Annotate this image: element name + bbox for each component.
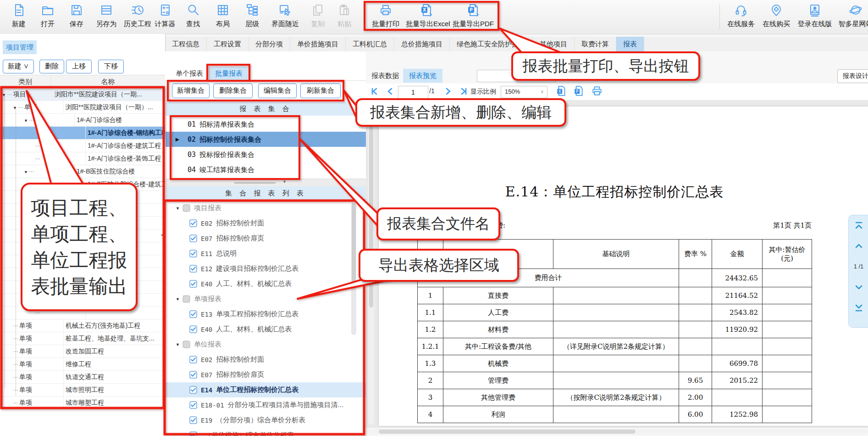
tab-总价措施项目[interactable]: 总价措施项目 [394, 37, 450, 51]
table-row[interactable]: ··· 单项机械土石方(强夯地基)工程 [0, 319, 165, 332]
set-button-编辑集合[interactable]: 编辑集合 [258, 84, 297, 98]
tab-其他项目[interactable]: 其他项目 [533, 37, 575, 51]
collapse-panel-icon[interactable]: ◀ [160, 232, 164, 238]
tab-报表数据[interactable]: 报表数据 [368, 69, 402, 83]
table-row[interactable]: ▼··· 1#-A门诊综合楼 [0, 114, 165, 127]
report-name: 招标控制价扉页 [216, 370, 264, 379]
scroll-up-icon[interactable] [849, 241, 868, 252]
tree-expand-icon[interactable]: ▼ [13, 106, 17, 110]
table-row[interactable]: ··· 1#-A门诊综合楼-钢结构工程 [0, 127, 165, 140]
tree-expand-icon[interactable]: ▼ [2, 93, 6, 97]
report-group-项目报表[interactable]: ▼项目报表 [166, 201, 366, 216]
tab-工程设置[interactable]: 工程设置 [207, 37, 249, 51]
tree-expand-icon[interactable]: ▼ [176, 342, 180, 347]
last-page-icon[interactable] [459, 87, 468, 98]
report-item-E19[interactable]: E19（分部分项）综合单价分析表 [166, 413, 366, 428]
set-button-删除集合[interactable]: 删除集合 [213, 84, 253, 98]
toolbar-button-label: 粘贴 [324, 20, 365, 28]
project-button-删除[interactable]: 删除 [39, 60, 64, 73]
page-number-input[interactable] [398, 86, 428, 99]
report-group-单位报表[interactable]: ▼单位报表 [166, 337, 366, 352]
table-row[interactable]: ··· 单项轨道交通工程 [0, 371, 165, 384]
tab-绿色施工安全防护措施[interactable]: 绿色施工安全防护措施 [450, 37, 533, 51]
next-page-icon[interactable] [443, 87, 452, 98]
tree-expand-icon[interactable]: ▼ [176, 206, 180, 211]
tree-dots: ··· [35, 155, 40, 162]
set-name: 竣工结算报表集合 [199, 166, 254, 173]
toolbar-button-excel[interactable]: X批量导出Excel [406, 2, 447, 31]
tab-工料机汇总[interactable]: 工料机汇总 [346, 37, 394, 51]
report-item-E07[interactable]: E07招标控制价扉页 [166, 367, 366, 382]
report-item-E02[interactable]: E02招标控制价封面 [166, 216, 366, 231]
toolbar-button-globe[interactable]: 智多星网站 [835, 2, 868, 31]
tab-报表预览[interactable]: 报表预览 [403, 69, 442, 83]
previous-page-icon[interactable] [386, 87, 395, 98]
scroll-to-top-icon[interactable] [849, 221, 868, 232]
table-row[interactable]: ··· 单项城市照明工程 [0, 384, 165, 397]
report-name: 人工、材料、机械汇总表 [216, 325, 292, 334]
report-list-scrollbar-thumb[interactable] [352, 203, 356, 285]
table-row[interactable]: ··· 单项维修工程 [0, 358, 165, 371]
table-row[interactable]: ··· 单项城市雕塑工程 [0, 397, 165, 408]
table-row[interactable]: ··· 单项桩基工程、地基处理、基坑支... [0, 332, 165, 345]
tab-取费计算[interactable]: 取费计算 [575, 37, 616, 51]
report-item-E11[interactable]: E11总说明 [166, 246, 366, 261]
tab-分部分项[interactable]: 分部分项 [249, 37, 290, 51]
table-cell: 直接费 [443, 287, 553, 304]
table-row: 3其他管理费（按附录C说明第2条规定计算）2.00 [418, 389, 812, 406]
row-name: 城市照明工程 [64, 384, 165, 396]
report-item-E40[interactable]: E40人工、材料、机械汇总表 [166, 322, 366, 337]
report-group-单项报表[interactable]: ▼单项报表 [166, 291, 366, 307]
table-row[interactable]: ▼··· 1#-B医技住院综合楼 [0, 165, 165, 178]
report-set-item[interactable]: 03投标报价报表集合 [166, 147, 366, 162]
report-item-E14[interactable]: E14单位工程招标控制价汇总表 [166, 382, 366, 397]
tab-批量报表[interactable]: 批量报表 [209, 67, 249, 80]
toolbar-button-login[interactable]: 登录在线版 [794, 2, 835, 31]
report-item[interactable]: （单价措施）综合单价分析表 [166, 428, 366, 436]
report-item-E02[interactable]: E02招标控制价封面 [166, 352, 366, 367]
tab-project-management[interactable]: 项目管理 [3, 40, 37, 54]
report-design-button[interactable]: 报表设计 [837, 69, 868, 83]
report-item-E18-01[interactable]: E18-01分部分项工程项目清单与措施项目清... [166, 397, 366, 413]
report-set-item[interactable]: 04竣工结算报表集合 [166, 162, 366, 177]
toolbar-button-print[interactable]: 批量打印 [365, 2, 406, 31]
report-item-E13[interactable]: E13单项工程招标控制价汇总表 [166, 307, 366, 322]
first-page-icon[interactable] [370, 87, 380, 98]
project-button-新建[interactable]: 新建 ∨ [3, 60, 34, 73]
page-nav-floater: 1 /1 [848, 215, 868, 328]
preview-hscrollbar-thumb[interactable] [379, 430, 636, 434]
report-item-E07[interactable]: E07招标控制价扉页 [166, 231, 366, 246]
toolbar-button-pin[interactable]: 在线购买 [756, 2, 797, 31]
table-cell [679, 321, 712, 338]
tree-expand-icon[interactable]: ▼ [24, 170, 28, 174]
tree-expand-icon[interactable]: ▼ [176, 297, 180, 302]
tab-工程信息[interactable]: 工程信息 [165, 37, 207, 51]
toolbar-button-pdf[interactable]: P批量导出PDF [453, 2, 494, 31]
report-item-E40[interactable]: E40人工、材料、机械汇总表 [166, 276, 366, 291]
report-item-E12[interactable]: E12建设项目招标控制价汇总表 [166, 261, 366, 276]
tree-dots: ··· [13, 399, 19, 406]
table-row[interactable]: ··· 单项改造加固工程 [0, 345, 165, 358]
table-row[interactable]: ▼··· 单项浏阳**医院建设项目（一期）... [0, 101, 165, 114]
tab-报表[interactable]: 报表 [616, 37, 644, 51]
table-row[interactable]: ··· 1#-A门诊综合楼-装饰工程 [0, 152, 165, 165]
scroll-to-bottom-icon[interactable] [849, 303, 868, 314]
project-button-下移[interactable]: 下移 [98, 60, 124, 73]
set-button-刷新集合[interactable]: 刷新集合 [300, 84, 341, 98]
tab-单价措施项目[interactable]: 单价措施项目 [290, 37, 346, 51]
set-button-新增集合[interactable]: 新增集合 [172, 84, 210, 98]
table-row: 1.3机械费6699.78 [418, 355, 812, 372]
export-pdf-icon[interactable]: P [573, 85, 584, 98]
table-row[interactable]: ▼··· 项目浏阳市**医院建设项目（一期... [0, 88, 165, 101]
print-icon[interactable] [592, 85, 603, 98]
scroll-down-icon[interactable] [849, 283, 868, 294]
project-button-上移[interactable]: 上移 [66, 60, 92, 73]
report-set-item[interactable]: ▶02招标控制价报表集合 [166, 132, 366, 147]
table-row[interactable]: ··· 1#-A门诊综合楼-建筑工程 [0, 140, 165, 152]
tree-expand-icon[interactable]: ▼ [24, 118, 28, 123]
report-name: 人工、材料、机械汇总表 [216, 279, 292, 288]
export-excel-icon[interactable]: X [556, 85, 567, 98]
tab-单个报表[interactable]: 单个报表 [173, 67, 206, 80]
zoom-select[interactable]: 150%∨ [501, 86, 547, 98]
report-set-item[interactable]: 01招标清单报表集合 [166, 117, 366, 132]
